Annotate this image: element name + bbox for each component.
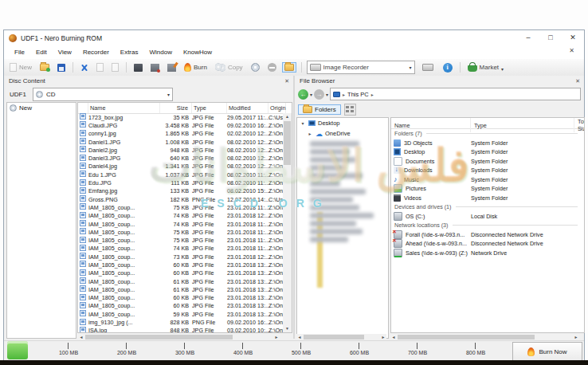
burn-now-button[interactable]: Burn Now [512, 342, 582, 361]
menu-item[interactable]: View [53, 49, 77, 56]
save-button[interactable] [55, 62, 68, 73]
table-row[interactable]: Daniel1.JPG 1.008 KB JPG File 08.02.2010… [78, 138, 283, 146]
open-button[interactable] [37, 62, 52, 73]
chevron-down-icon[interactable]: ▾ [310, 92, 312, 97]
table-row[interactable]: IAM_1805_coup... 59 KB JPG File 23.01.20… [78, 310, 283, 318]
table-row[interactable]: IAM_1805_coup... 74 KB JPG File 23.01.20… [78, 212, 283, 220]
list-item[interactable]: OS (C:) Local Disk [391, 212, 584, 222]
table-row[interactable]: IAM_1805_coup... 75 KB JPG File 23.01.20… [78, 203, 283, 211]
tree-item-blurred[interactable] [310, 173, 363, 179]
tree-item-blurred[interactable] [310, 229, 363, 234]
file-browser-close-icon[interactable]: ✕ [575, 78, 580, 84]
scroll-left-icon[interactable]: ◄ [78, 335, 84, 339]
scrollbar-thumb[interactable] [85, 335, 233, 339]
column-header-size[interactable]: Size [160, 103, 192, 113]
scrollbar-thumb[interactable] [284, 121, 291, 165]
tree-item-blurred[interactable] [310, 141, 359, 147]
back-button[interactable]: ← [298, 89, 308, 100]
disc-info-button[interactable] [249, 61, 262, 73]
table-row[interactable]: IAM_1805_coup... 61 KB JPG File 23.01.20… [78, 277, 283, 285]
table-row[interactable]: ISA.jpg 848 KB JPG File 03.02.2010 10:..… [78, 327, 283, 333]
table-row[interactable]: Claudi.JPG 3.458 KB JPG File 09.02.2010 … [78, 121, 283, 129]
menu-item[interactable]: File [9, 49, 30, 56]
eject-button[interactable] [265, 61, 279, 73]
group-header-network[interactable]: Network locations (3) [391, 221, 584, 230]
table-row[interactable]: Daniel2.jpg 948 KB JPG File 08.02.2010 1… [78, 146, 283, 154]
table-row[interactable]: IAM_1805_coup... 60 KB JPG File 23.01.20… [78, 269, 283, 277]
menu-item[interactable]: KnowHow [178, 49, 218, 56]
list-item[interactable]: Music System Folder [391, 175, 584, 185]
list-item[interactable]: Pictures System Folder [391, 184, 584, 194]
scroll-right-icon[interactable]: ► [380, 335, 386, 339]
vertical-scrollbar[interactable]: ▲ ▼ [283, 113, 292, 332]
tree-item-blurred[interactable] [310, 221, 356, 226]
chevron-down-icon[interactable]: ▾ [410, 65, 412, 70]
table-row[interactable]: 1723_box.jpg 35 KB JPG File 29.05.2017 1… [78, 113, 283, 121]
paste-button[interactable] [109, 61, 121, 73]
scroll-left-icon[interactable]: ◄ [390, 335, 397, 339]
table-row[interactable]: IAM_1805_coup... 61 KB JPG File 23.01.20… [78, 285, 283, 293]
list-item[interactable]: Forall (\\de-s-w-093.n... Disconnected N… [391, 230, 584, 240]
maximize-button[interactable]: □ [539, 30, 562, 45]
tree-hscrollbar[interactable]: ◄ ► [296, 334, 386, 340]
list-item[interactable]: Videos System Folder [391, 194, 584, 203]
copy-clipboard-button[interactable] [94, 61, 106, 73]
table-row[interactable]: IAM_1805_coup... 75 KB JPG File 23.01.20… [78, 236, 283, 244]
table-row[interactable]: IAM_1805_coup... 60 KB JPG File 23.01.20… [78, 261, 283, 269]
column-header-name[interactable]: Nameˆ [391, 118, 471, 132]
list-item[interactable]: Documents System Folder [391, 157, 584, 167]
table-row[interactable]: Edu.JPG 111 KB JPG File 08.02.2010 11:..… [78, 179, 283, 186]
tree-item-desktop[interactable]: ▾ Desktop [297, 118, 388, 128]
menu-item[interactable]: Extras [115, 49, 144, 56]
table-row[interactable]: IAM_1805_coup... 74 KB JPG File 23.01.20… [78, 220, 283, 228]
tree-item-blurred[interactable] [310, 197, 353, 202]
table-row[interactable]: IAM_1805_coup... 60 KB JPG File 23.01.20… [78, 294, 283, 302]
table-row[interactable]: Daniel3.JPG 640 KB JPG File 08.02.2010 1… [78, 154, 283, 162]
table-row[interactable]: Gross.PNG 182 KB PNG File 12.07.2018 14:… [78, 195, 283, 203]
chevron-down-icon[interactable]: ▾ [167, 92, 170, 97]
breadcrumb[interactable]: This PC [347, 91, 369, 98]
tree-item-blurred[interactable] [310, 237, 348, 242]
tree-item-onedrive[interactable]: ▸ ☁ OneDrive [297, 128, 388, 139]
tree-item-new[interactable]: New [7, 103, 76, 113]
view-mode-icon[interactable] [344, 104, 356, 116]
file-browser-toggle[interactable] [282, 62, 296, 73]
scroll-down-icon[interactable]: ▼ [283, 325, 292, 332]
vault-button[interactable] [131, 62, 145, 73]
column-header-type[interactable]: Type [471, 118, 574, 132]
scrollbar-thumb[interactable] [398, 335, 535, 339]
disc-content-close-icon[interactable]: ✕ [284, 78, 289, 84]
minimize-button[interactable]: – [517, 30, 539, 45]
column-header-total-size[interactable]: Total Siz [574, 118, 585, 132]
column-header-type[interactable]: Type [192, 103, 227, 113]
table-row[interactable]: Emfang.jpg 133 KB JPG File 08.02.2010 15… [78, 187, 283, 195]
forward-button[interactable]: → [314, 89, 324, 100]
list-item[interactable]: 3D Objects System Folder [391, 139, 584, 148]
list-item[interactable]: Ahead (\\de-s-w-093.n... Disconnected Ne… [391, 239, 584, 249]
scrollbar-thumb[interactable] [304, 335, 364, 339]
tree-item-blurred[interactable] [310, 157, 356, 163]
menu-item[interactable]: Window [143, 49, 177, 56]
disc-list-hscrollbar[interactable]: ◄ ► [78, 334, 280, 340]
tree-item-blurred[interactable] [310, 189, 366, 194]
new-compilation-button[interactable]: New [7, 61, 34, 73]
chevron-collapsed-icon[interactable]: ▸ [307, 131, 313, 136]
table-row[interactable]: IAM_1805_coup... 73 KB JPG File 23.01.20… [78, 253, 283, 261]
folders-toggle-button[interactable]: Folders [298, 104, 341, 115]
market-button[interactable]: Market ▾ [465, 61, 506, 73]
table-row[interactable]: IAM_1805_coup... 75 KB JPG File 23.01.20… [78, 228, 283, 236]
column-header-origin[interactable]: Origin [269, 103, 286, 113]
address-bar[interactable]: ▸ This PC ▸ [330, 88, 581, 100]
browser-list-hscrollbar[interactable]: ◄ ► [390, 334, 579, 340]
close-button[interactable]: ✕ [562, 30, 584, 45]
table-row[interactable]: Edu 1.JPG 1.037 KB JPG File 08.02.2010 1… [78, 171, 283, 179]
table-row[interactable]: IAM_1805_coup... 74 KB JPG File 23.01.20… [78, 245, 283, 253]
column-header-name[interactable]: Nameˆ [88, 103, 160, 113]
table-row[interactable]: IAM_1805_coup... 60 KB JPG File 23.01.20… [78, 302, 283, 310]
scroll-right-icon[interactable]: ► [573, 335, 579, 339]
chevron-down-icon[interactable]: ▾ [501, 66, 504, 72]
table-row[interactable]: Daniel4.jpg 1.341 KB JPG File 08.02.2010… [78, 163, 283, 171]
scroll-left-icon[interactable]: ◄ [296, 335, 303, 339]
column-header-modified[interactable]: Modified [227, 103, 269, 113]
info-button[interactable]: i [441, 61, 455, 74]
